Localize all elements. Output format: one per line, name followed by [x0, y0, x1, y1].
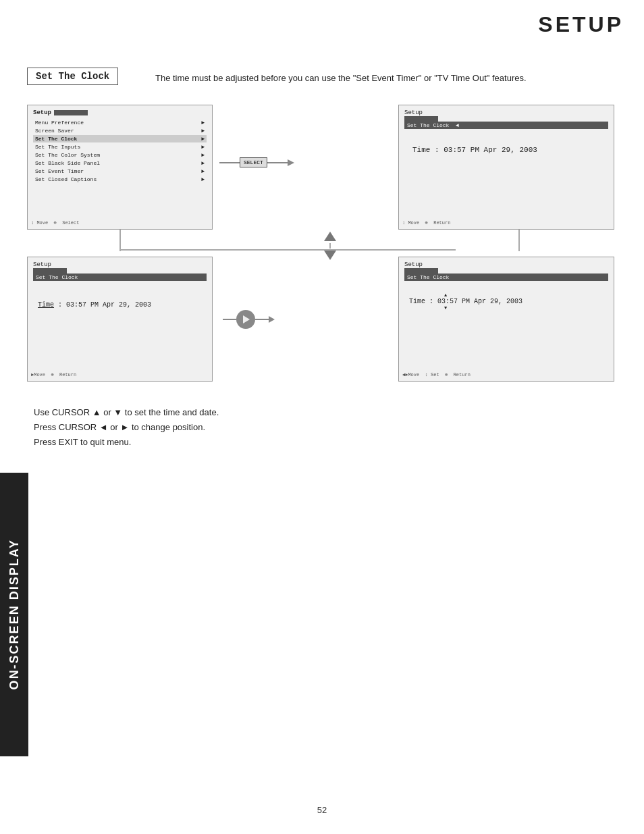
bl-title: Setup — [33, 261, 51, 268]
instruction-line-2: Press CURSOR ◄ or ► to change position. — [34, 420, 219, 435]
br-cursor-up: ▲ — [444, 292, 522, 298]
menu-item-8: Set Closed Captions► — [33, 176, 207, 183]
screen-bottom-right: Setup Set The Clock ▲ Time : 03:57 PM Ap… — [398, 257, 614, 382]
bl-time-display: Time : 03:57 PM Apr 29, 2003 — [38, 301, 151, 309]
br-time-text: Time : 03:57 PM Apr 29, 2003 — [409, 298, 522, 305]
br-title: Setup — [404, 261, 423, 268]
instruction-line-3: Press EXIT to quit menu. — [34, 435, 219, 450]
bottom-line-2 — [255, 319, 269, 320]
line-h-center — [119, 249, 456, 251]
br-time-display: ▲ Time : 03:57 PM Apr 29, 2003 ▼ — [409, 292, 522, 311]
instruction-line-1: Use CURSOR ▲ or ▼ to set the time and da… — [34, 405, 219, 420]
menu-item-6: Set Black Side Panel► — [33, 159, 207, 167]
br-title-block — [404, 268, 438, 273]
bl-sub-title: Set The Clock — [33, 273, 207, 281]
bl-title-block — [33, 268, 67, 273]
line-tr-down — [518, 230, 520, 251]
tl-footer: ↕ Move ⊕ Select — [31, 220, 209, 226]
tr-footer: ↕ Move ⊕ Return — [402, 220, 610, 226]
line-tl-down — [119, 230, 121, 251]
menu-item-4: Set The Inputs► — [33, 143, 207, 151]
br-footer: ◄►Move ↕ Set ⊕ Return — [402, 372, 610, 377]
instructions-block: Use CURSOR ▲ or ▼ to set the time and da… — [34, 405, 219, 450]
diagram: Setup Menu Preference► Screen Saver► Set… — [27, 105, 614, 388]
bl-time-prefix: Time — [38, 301, 54, 309]
br-cursor-down: ▼ — [444, 305, 522, 311]
bl-time-colon: : 03:57 PM Apr 29, 2003 — [54, 301, 151, 309]
arrow-head-right — [288, 159, 294, 166]
tl-title: Setup — [33, 109, 51, 116]
screen-top-right: Setup Set The Clock ◄ Time : 03:57 PM Ap… — [398, 105, 614, 230]
arrow-line-1 — [219, 162, 240, 163]
menu-item-1: Menu Preference► — [33, 119, 207, 126]
description-text: The time must be adjusted before you can… — [155, 73, 527, 83]
screen-top-left: Setup Menu Preference► Screen Saver► Set… — [27, 105, 213, 230]
bottom-arrow-head — [269, 316, 275, 323]
menu-item-5: Set The Color System► — [33, 151, 207, 159]
center-nav — [324, 232, 336, 260]
sidebar: ON-SCREEN DISPLAY — [0, 473, 28, 756]
bl-footer: ►Move ⊕ Return — [31, 372, 209, 377]
tr-time-display: Time : 03:57 PM Apr 29, 2003 — [412, 146, 537, 154]
nav-down-triangle — [324, 251, 336, 260]
tr-title: Setup — [404, 109, 423, 116]
br-sub-title: Set The Clock — [404, 273, 608, 281]
bottom-arrow-circle — [236, 310, 255, 329]
page-title: SETUP — [538, 12, 624, 37]
menu-item-2: Screen Saver► — [33, 127, 207, 134]
select-button-label: SELECT — [240, 157, 267, 167]
bottom-arrow-inner — [243, 315, 250, 323]
bottom-line-1 — [223, 319, 236, 320]
nav-vert-mid — [329, 243, 331, 249]
nav-up-triangle — [324, 232, 336, 241]
tl-title-block — [54, 110, 88, 115]
bottom-arrow-area — [223, 310, 275, 329]
screen-bottom-left: Setup Set The Clock Time : 03:57 PM Apr … — [27, 257, 213, 382]
menu-item-3-set-clock: Set The Clock► — [33, 135, 207, 142]
menu-item-7: Set Event Timer► — [33, 167, 207, 175]
arrow-line-2 — [267, 162, 288, 163]
tr-sub-title: Set The Clock ◄ — [404, 122, 608, 129]
sidebar-label: ON-SCREEN DISPLAY — [7, 539, 22, 689]
set-clock-label: Set The Clock — [27, 68, 118, 85]
page-number: 52 — [317, 805, 327, 815]
tr-title-block — [404, 116, 438, 122]
